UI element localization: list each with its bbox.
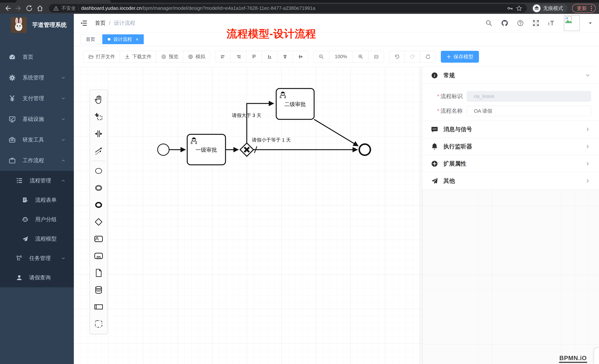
download-file-button[interactable]: 下载文件 [120,51,156,63]
font-size-icon[interactable]: tT [548,19,555,27]
subprocess-icon[interactable] [90,247,107,264]
align-bottom-button[interactable] [262,51,277,63]
svg-text:t: t [548,21,550,26]
align-center-horizontal-button[interactable] [277,51,293,63]
download-icon [124,54,130,59]
lasso-tool-icon[interactable] [90,108,107,125]
url-host: dashboard.yudao.iocoder.cn [81,5,142,11]
collapse-sidebar-icon[interactable] [80,19,88,27]
caret-down-icon[interactable] [588,21,592,25]
password-key-icon[interactable] [507,5,513,11]
preview-icon [161,54,167,59]
simulate-button[interactable]: 模拟 [183,51,210,63]
section-message-signal[interactable]: 消息与信号 [422,121,599,138]
sidebar-item-devtools[interactable]: 研发工具 [0,129,74,150]
send-icon [431,177,438,185]
global-connect-tool-icon[interactable] [90,142,107,159]
sidebar-item-system[interactable]: 系统管理 [0,68,74,88]
back-icon[interactable] [3,4,12,13]
section-general[interactable]: i 常规 [422,67,599,84]
close-tab-icon[interactable]: × [136,37,138,42]
browser-menu-icon[interactable] [590,6,593,11]
process-key-input[interactable] [467,91,591,102]
tab-design-process[interactable]: 设计流程 × [102,34,144,44]
incognito-badge: 无痕模式 [531,3,568,13]
data-store-icon[interactable] [90,281,107,298]
bpmn-io-watermark[interactable]: BPMN.iO [559,355,587,363]
fit-view-button[interactable] [368,51,384,63]
process-name-label: *流程名称 [422,107,463,115]
plus-icon [446,54,451,59]
tab-home[interactable]: 首页 [80,34,100,44]
sidebar-item-workflow[interactable]: 工作流程 [0,150,74,171]
sidebar-item-process-mgmt[interactable]: 流程管理 [0,171,74,190]
section-other[interactable]: 其他 [422,172,599,190]
align-right-button[interactable] [230,51,246,63]
sidebar-item-label: 支付管理 [23,95,44,102]
zoom-in-button[interactable] [353,51,369,63]
gateway-icon[interactable] [90,213,107,230]
search-icon[interactable] [485,20,493,27]
section-extended-attributes[interactable]: 扩展属性 [422,155,599,172]
zoom-out-button[interactable] [313,51,329,63]
sidebar-item-home[interactable]: 首页 [0,47,74,68]
user-task-palette-icon[interactable] [90,230,107,247]
save-model-button[interactable]: 保存模型 [441,51,479,63]
message-icon [431,126,438,133]
bpmn-palette [90,90,107,334]
chevron-down-icon [61,96,66,101]
url-bar[interactable]: 不安全 dashboard.yudao.iocoder.cn/bpm/manag… [49,4,527,13]
reload-icon[interactable] [25,4,34,13]
open-file-button[interactable]: 打开文件 [83,51,120,63]
bookmark-star-icon[interactable] [516,5,522,12]
end-event[interactable] [359,144,370,155]
align-center-vertical-button[interactable] [293,51,308,63]
section-execution-listener[interactable]: 执行监听器 [422,138,599,155]
tree-list-icon [16,177,23,184]
sidebar-item-leave-query[interactable]: 请假查询 [0,268,74,287]
start-event-icon[interactable] [90,162,107,179]
sidebar-item-process-form[interactable]: 流程表单 [0,190,74,210]
forward-icon[interactable] [14,4,23,13]
folder-open-icon [88,54,94,59]
fullscreen-icon[interactable] [532,20,539,27]
avatar[interactable] [564,15,580,31]
group-icon[interactable] [90,315,107,332]
chevron-right-icon [585,127,590,132]
chevron-right-icon [585,144,590,149]
flow-label-le1[interactable]: 请假小于等于 1 天 [252,137,291,143]
flow-task2-to-end[interactable] [314,119,358,146]
help-icon[interactable] [517,20,524,27]
update-button[interactable]: 更新 [572,4,596,13]
intermediate-event-icon[interactable] [90,179,107,196]
sidebar-item-label: 流程模型 [35,235,57,243]
sidebar-item-payment[interactable]: 支付管理 [0,88,74,109]
preview-button[interactable]: 预览 [156,51,183,63]
flow-label-gt3[interactable]: 请假大于 3 天 [232,112,261,118]
app-logo-row[interactable]: 芋道管理系统 [0,14,74,36]
participant-pool-icon[interactable] [90,298,107,315]
browser-tab[interactable] [16,0,111,3]
space-tool-icon[interactable] [90,125,107,142]
sidebar-item-task-mgmt[interactable]: 任务管理 [0,248,74,268]
hand-tool-icon[interactable] [90,91,107,108]
incognito-icon [533,4,541,12]
sidebar-item-infra[interactable]: 基础设施 [0,109,74,129]
start-event[interactable] [158,144,169,155]
reset-button[interactable] [420,51,436,63]
github-icon[interactable] [501,19,508,27]
undo-button[interactable] [389,51,405,63]
breadcrumb-home[interactable]: 首页 [95,19,106,27]
end-event-icon[interactable] [90,196,107,213]
update-label: 更新 [577,5,587,12]
sidebar-item-label: 系统管理 [23,74,44,82]
app-title: 芋道管理系统 [32,21,67,29]
sidebar-item-process-model[interactable]: 流程模型 [0,229,74,248]
home-icon[interactable] [35,4,44,13]
align-left-button[interactable] [215,51,231,63]
align-top-button[interactable] [246,51,262,63]
redo-button[interactable] [405,51,420,63]
sidebar-item-user-group[interactable]: 用户分组 [0,210,74,229]
data-object-icon[interactable] [90,264,107,281]
process-name-input[interactable] [467,106,591,116]
